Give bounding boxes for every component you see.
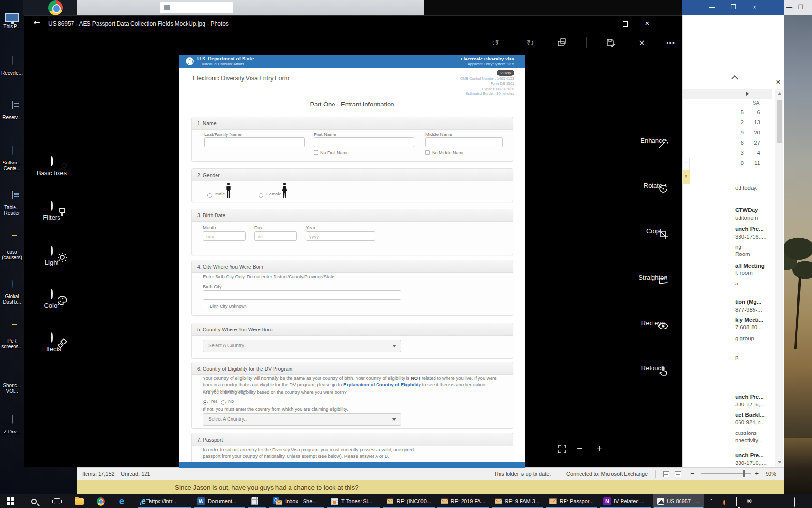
calendar-date[interactable]: 13 [748, 120, 760, 125]
year-input[interactable] [306, 231, 375, 241]
zoom-in-icon[interactable]: + [596, 443, 602, 454]
fit-to-window-icon[interactable] [557, 444, 567, 456]
taskbar-photos-window-active[interactable]: US 86957 - ... [653, 494, 704, 508]
appointment-title[interactable]: kly Meeti... [735, 317, 773, 323]
month-input[interactable] [203, 231, 246, 241]
search-button[interactable] [26, 494, 42, 508]
tray-chevron-icon[interactable]: ⌃ [706, 494, 717, 508]
tool-red-eye[interactable]: Red eye [631, 316, 675, 327]
scrollbar-thumb[interactable] [777, 100, 782, 143]
eligibility-yes-radio[interactable] [203, 398, 208, 406]
desktop-icon-recycle-bin[interactable]: Recycle... [0, 56, 24, 76]
birth-city-unknown-checkbox[interactable]: Birth City Unknown [203, 304, 247, 309]
next-month-icon[interactable] [746, 91, 749, 96]
no-first-name-checkbox[interactable]: No First Name [314, 150, 348, 155]
minimize-icon[interactable]: — [704, 0, 720, 15]
browser-tab[interactable] [160, 2, 233, 13]
calendar-date[interactable]: 6 [731, 140, 744, 146]
calendar-date[interactable]: 11 [748, 160, 760, 166]
scroll-up-icon[interactable] [778, 92, 782, 95]
tool-filters[interactable]: Filters [30, 202, 73, 221]
taskbar-mail-window-1[interactable]: RE: (INC000... [383, 494, 435, 508]
mcafee-icon[interactable]: ↑ [718, 494, 730, 508]
first-name-input[interactable] [314, 137, 414, 147]
zoom-in-icon[interactable]: + [755, 469, 759, 477]
appointment-title[interactable]: p [735, 354, 773, 360]
calendar-date[interactable]: 6 [748, 109, 760, 115]
middle-name-input[interactable] [425, 137, 503, 147]
birth-city-input[interactable] [203, 290, 401, 300]
save-copy-icon[interactable] [604, 36, 617, 49]
redo-icon[interactable]: ↻ [523, 36, 537, 49]
close-icon[interactable]: × [746, 0, 763, 15]
day-input[interactable] [254, 231, 297, 241]
scroll-down-icon[interactable] [778, 461, 782, 463]
back-icon[interactable]: ← [30, 18, 44, 30]
taskbar-mail-window-3[interactable]: RE: 9 FAM 3... [491, 494, 543, 508]
last-name-input[interactable] [204, 137, 305, 147]
minimize-icon[interactable]: — [784, 0, 795, 15]
calendar-date[interactable]: 4 [748, 150, 760, 156]
minimize-button[interactable] [592, 16, 614, 31]
maximize-icon[interactable]: ❐ [796, 0, 806, 15]
appointment-title[interactable]: unch Pre... [735, 226, 773, 232]
volume-icon[interactable]: 🞊 [743, 494, 755, 508]
desktop-icon-z-drive[interactable]: Z Driv... [0, 415, 24, 435]
taskbar-word-window[interactable]: W Document... [193, 494, 246, 508]
maximize-button[interactable] [614, 16, 636, 31]
appointment-title[interactable]: aff Meeting [735, 263, 773, 269]
tool-crop[interactable]: Crop [631, 224, 675, 235]
no-middle-name-checkbox[interactable]: No Middle Name [425, 150, 464, 155]
tool-enhance[interactable]: Enhance [631, 134, 675, 144]
tool-color[interactable]: Color [30, 290, 73, 309]
reading-view-icon[interactable] [663, 471, 669, 477]
undo-icon[interactable]: ↺ [489, 36, 502, 49]
appointment-title[interactable]: CTWDay [735, 207, 773, 213]
tool-effects[interactable]: Effects [30, 333, 73, 353]
tool-rotate[interactable]: Rotate [631, 179, 675, 189]
taskbar-ie-window[interactable]: e https://intr... [137, 494, 191, 508]
appointment-title[interactable]: unch Pre... [735, 394, 773, 400]
task-view-button[interactable] [49, 494, 65, 508]
tool-light[interactable]: Light [30, 247, 73, 266]
appointment-title[interactable]: uct Backl... [735, 412, 773, 418]
zoom-out-icon[interactable]: − [690, 469, 694, 477]
appointment-title[interactable]: ng [735, 244, 773, 250]
appointment-title[interactable]: unch Pre... [735, 452, 773, 458]
network-icon[interactable] [731, 494, 742, 508]
tool-retouch[interactable]: Retouch [631, 361, 675, 372]
file-explorer-button[interactable] [72, 494, 87, 508]
zoom-slider-thumb[interactable] [743, 470, 745, 477]
tool-basic-fixes[interactable]: Basic fixes [30, 157, 73, 177]
calendar-date[interactable]: 27 [748, 140, 760, 146]
desktop-icon-tableau-reader[interactable]: Table... Reader [0, 191, 24, 216]
desktop-icon-this-pc[interactable]: This P... [0, 13, 24, 30]
more-icon[interactable]: ⋯ [664, 36, 677, 49]
chrome-button[interactable] [93, 494, 108, 508]
compare-icon[interactable] [555, 36, 569, 49]
help-button[interactable]: ? Help [497, 70, 514, 76]
desktop-icon-software-center[interactable]: Softwa... Cente... [0, 146, 24, 172]
taskbar-mail-window-2[interactable]: RE: 2019 FA... [437, 494, 489, 508]
calendar-date[interactable]: 20 [748, 130, 760, 135]
zoom-level[interactable]: 90% [766, 471, 776, 477]
calendar-date[interactable]: 0 [731, 160, 744, 166]
calendar-date[interactable]: 3 [731, 150, 744, 156]
calendar-date[interactable]: 2 [731, 120, 744, 125]
layout-view-icon[interactable] [675, 471, 681, 477]
close-button[interactable]: × [636, 16, 658, 31]
action-center-icon[interactable] [789, 494, 800, 508]
maximize-icon[interactable]: ❐ [725, 0, 741, 15]
female-radio[interactable] [259, 191, 263, 199]
taskbar-onenote-window[interactable]: N IV-Related ... [599, 494, 652, 508]
chevron-up-icon[interactable] [731, 75, 738, 82]
eligibility-country-select[interactable]: Select A Country... [203, 413, 401, 426]
desktop-icon-per-screens[interactable]: PeR screens... [0, 324, 24, 350]
desktop-icon-global-dashboard[interactable]: Global Dashb... [0, 280, 24, 305]
scrollbar[interactable] [775, 89, 783, 467]
appointment-title[interactable]: tion (Mg... [735, 299, 773, 305]
desktop-icon-cavo[interactable]: cavo (causers) [0, 235, 24, 261]
eligibility-no-radio[interactable] [221, 398, 226, 406]
appointment-title[interactable]: g group [735, 335, 773, 341]
calendar-date[interactable]: 5 [731, 109, 744, 115]
